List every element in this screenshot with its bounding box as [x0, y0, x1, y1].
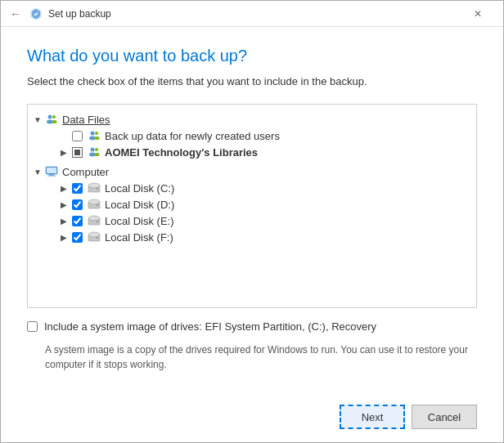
checkbox-newly-created-wrap[interactable] — [70, 129, 83, 142]
titlebar-left: ← Set up backup — [7, 6, 111, 22]
main-content: What do you want to back up? Select the … — [1, 27, 503, 398]
expander-computer[interactable] — [31, 168, 44, 177]
back-button[interactable]: ← — [7, 6, 24, 22]
footer: Next Cancel — [1, 398, 503, 442]
tree-item-disk-f: Local Disk (F:) — [31, 229, 473, 245]
expander-disk-e[interactable] — [57, 217, 70, 226]
disk-c-icon — [87, 181, 101, 195]
tree-item-newly-created: Back up data for newly created users — [31, 128, 473, 144]
svg-point-21 — [88, 199, 100, 204]
svg-point-4 — [52, 120, 57, 123]
expander-disk-c[interactable] — [57, 184, 70, 193]
svg-rect-14 — [47, 168, 56, 173]
svg-point-19 — [97, 188, 98, 190]
disk-e-icon — [87, 214, 101, 227]
next-button[interactable]: Next — [340, 405, 405, 429]
tree-section-computer[interactable]: Computer — [31, 163, 473, 180]
disk-d-label: Local Disk (D:) — [105, 199, 174, 211]
titlebar: ← Set up backup ✕ — [1, 1, 503, 27]
checkbox-disk-f-wrap[interactable] — [70, 230, 83, 244]
expander-data-files[interactable] — [31, 115, 44, 124]
svg-point-24 — [88, 216, 100, 221]
checkbox-disk-d-wrap[interactable] — [70, 198, 83, 211]
checkbox-libraries-wrap[interactable] — [70, 145, 83, 159]
users-icon-2 — [87, 129, 101, 142]
svg-point-5 — [91, 132, 95, 136]
checkbox-disk-d[interactable] — [72, 199, 83, 210]
window: ← Set up backup ✕ What do you want to ba… — [0, 0, 504, 443]
computer-label: Computer — [62, 166, 109, 178]
system-image-drives: EFI System Partition, (C:), Recovery — [205, 320, 377, 333]
checkbox-disk-e-wrap[interactable] — [70, 214, 83, 227]
system-image-desc: A system image is a copy of the drives r… — [45, 342, 477, 372]
svg-point-11 — [95, 148, 98, 151]
backup-icon — [29, 7, 43, 21]
system-image-text: Include a system image of drives: EFI Sy… — [44, 320, 376, 334]
system-image-row: Include a system image of drives: EFI Sy… — [27, 320, 477, 334]
svg-point-1 — [48, 115, 52, 119]
users-icon-3 — [87, 145, 101, 159]
checkbox-disk-c[interactable] — [72, 183, 83, 194]
svg-point-28 — [97, 237, 98, 239]
expander-libraries[interactable] — [57, 148, 70, 157]
close-button[interactable]: ✕ — [459, 1, 497, 27]
system-image-checkbox[interactable] — [27, 321, 38, 332]
newly-created-label: Back up data for newly created users — [105, 130, 280, 142]
cancel-button[interactable]: Cancel — [412, 405, 477, 429]
users-icon — [44, 113, 59, 126]
svg-rect-15 — [49, 174, 54, 176]
svg-point-27 — [88, 232, 100, 237]
libraries-label: AOMEI Technology's Libraries — [105, 146, 258, 159]
disk-e-label: Local Disk (E:) — [105, 215, 174, 227]
tree-item-disk-e: Local Disk (E:) — [31, 213, 473, 229]
svg-point-25 — [97, 221, 98, 222]
data-files-label: Data Files — [62, 114, 110, 126]
computer-icon — [44, 165, 59, 178]
window-title: Set up backup — [48, 8, 111, 20]
checkbox-newly-created[interactable] — [72, 131, 83, 141]
backup-tree: Data Files Back up data for newly create — [27, 104, 477, 308]
expander-disk-d[interactable] — [57, 200, 70, 209]
svg-point-18 — [88, 183, 100, 188]
svg-rect-16 — [47, 176, 56, 177]
expander-disk-f[interactable] — [57, 233, 70, 242]
svg-point-12 — [95, 153, 100, 156]
disk-f-label: Local Disk (F:) — [105, 231, 173, 244]
disk-d-icon — [87, 198, 101, 211]
svg-point-8 — [95, 136, 100, 140]
svg-point-22 — [97, 204, 98, 206]
checkbox-libraries-partial[interactable] — [72, 147, 83, 158]
checkbox-disk-e[interactable] — [72, 216, 83, 226]
svg-point-9 — [91, 148, 95, 152]
svg-point-3 — [52, 115, 56, 119]
tree-item-disk-c: Local Disk (C:) — [31, 180, 473, 196]
tree-section-data-files[interactable]: Data Files — [31, 111, 473, 128]
svg-point-7 — [95, 132, 98, 135]
page-title: What do you want to back up? — [27, 47, 477, 65]
tree-item-libraries: AOMEI Technology's Libraries — [31, 144, 473, 160]
disk-f-icon — [87, 230, 101, 244]
disk-c-label: Local Disk (C:) — [105, 182, 174, 195]
checkbox-disk-f[interactable] — [72, 232, 83, 243]
tree-item-disk-d: Local Disk (D:) — [31, 196, 473, 213]
checkbox-disk-c-wrap[interactable] — [70, 181, 83, 195]
page-subtitle: Select the check box of the items that y… — [27, 75, 477, 87]
system-image-label: Include a system image of drives: — [44, 320, 202, 333]
